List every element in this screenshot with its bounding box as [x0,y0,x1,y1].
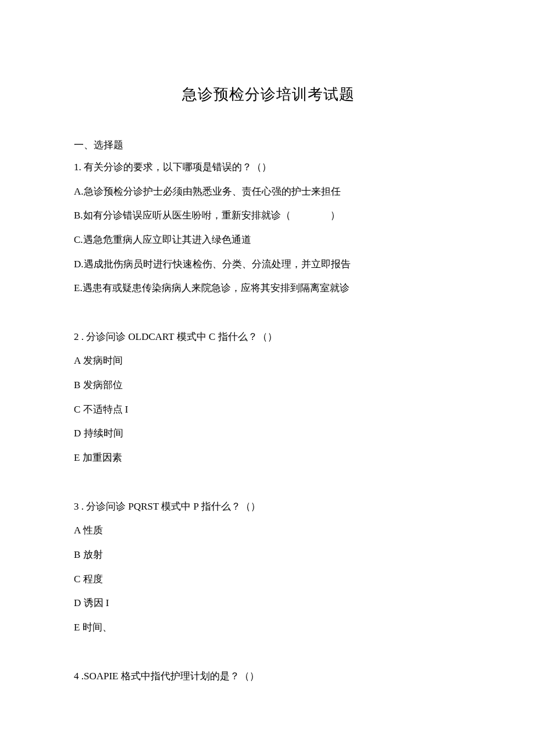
question-stem: 1. 有关分诊的要求，以下哪项是错误的？（） [74,155,462,180]
document-page: 急诊预检分诊培训考试题 一、选择题 1. 有关分诊的要求，以下哪项是错误的？（）… [0,0,535,747]
option-d: D 诱因 I [74,591,462,615]
section-header: 一、选择题 [74,138,462,152]
option-e: E 加重因素 [74,446,462,470]
question-stem: 4 .SOAPIE 格式中指代护理计划的是？（） [74,664,462,689]
option-d: D 持续时间 [74,421,462,446]
option-d: D.遇成批伤病员时进行快速检伤、分类、分流处理，并立即报告 [74,252,462,277]
question-1: 1. 有关分诊的要求，以下哪项是错误的？（） A.急诊预检分诊护士必须由熟悉业务… [74,155,462,300]
option-b: B 发病部位 [74,373,462,397]
question-2: 2 . 分诊问诊 OLDCART 模式中 C 指什么？（） A 发病时间 B 发… [74,325,462,470]
question-stem: 2 . 分诊问诊 OLDCART 模式中 C 指什么？（） [74,325,462,349]
option-b: B 放射 [74,543,462,567]
option-c: C 程度 [74,567,462,592]
question-4: 4 .SOAPIE 格式中指代护理计划的是？（） [74,664,462,689]
option-e: E.遇患有或疑患传染病病人来院急诊，应将其安排到隔离室就诊 [74,276,462,300]
option-a: A 性质 [74,518,462,543]
option-a: A 发病时间 [74,349,462,373]
option-b: B.如有分诊错误应听从医生吩咐，重新安排就诊（ ） [74,203,462,228]
document-title: 急诊预检分诊培训考试题 [74,84,462,105]
option-e: E 时间、 [74,615,462,640]
option-c: C 不适特点 I [74,397,462,422]
question-3: 3 . 分诊问诊 PQRST 模式中 P 指什么？（） A 性质 B 放射 C … [74,495,462,640]
option-c: C.遇急危重病人应立即让其进入绿色通道 [74,228,462,252]
option-a: A.急诊预检分诊护士必须由熟悉业务、责任心强的护士来担任 [74,180,462,204]
question-stem: 3 . 分诊问诊 PQRST 模式中 P 指什么？（） [74,495,462,519]
